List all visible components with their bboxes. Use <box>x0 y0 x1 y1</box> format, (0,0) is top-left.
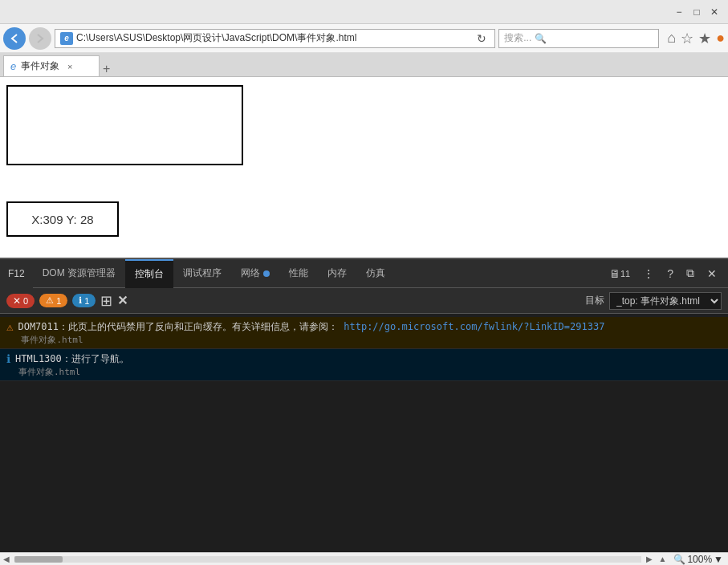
console-toolbar: ✕ 0 ⚠ 1 ℹ 1 ⊞ ✕ 目标 _top: 事件对象.html <box>0 288 728 314</box>
address-bar[interactable]: e C:\Users\ASUS\Desktop\网页设计\JavaScript\… <box>55 29 495 48</box>
info-row-icon: ℹ <box>6 352 10 365</box>
tab-bar: e 事件对象 × + <box>0 53 728 77</box>
zoom-icon: 🔍 <box>673 554 685 565</box>
warn-row-content: DOM7011：此页上的代码禁用了反向和正向缓存。有关详细信息，请参阅： htt… <box>18 319 604 346</box>
favorites-icon[interactable]: ☆ <box>681 30 693 47</box>
mouse-tracking-box[interactable] <box>6 85 243 165</box>
scroll-thumb <box>14 556 63 563</box>
scroll-left-button[interactable]: ◀ <box>0 553 13 566</box>
search-bar[interactable]: 搜索... 🔍 <box>498 29 659 48</box>
tools-icon[interactable]: ★ <box>698 30 711 47</box>
error-filter-button[interactable]: ✕ 0 <box>6 294 35 308</box>
target-label: 目标 <box>585 294 604 307</box>
error-icon: ✕ <box>13 295 21 307</box>
coord-display: X:309 Y: 28 <box>6 201 119 237</box>
console-row-dom7011: ⚠ DOM7011：此页上的代码禁用了反向和正向缓存。有关详细信息，请参阅： h… <box>0 317 728 349</box>
info-row-text: HTML1300：进行了导航。 <box>15 353 129 364</box>
undock-button[interactable]: ⧉ <box>681 265 699 282</box>
close-button[interactable]: ✕ <box>707 5 722 19</box>
warn-count: 1 <box>56 296 61 306</box>
forward-button[interactable] <box>29 27 51 50</box>
monitor-button[interactable]: 🖥 11 <box>604 266 635 282</box>
search-icon: 🔍 <box>535 33 547 44</box>
back-button[interactable] <box>3 27 26 50</box>
network-dot <box>263 270 270 277</box>
content-area: X:309 Y: 28 <box>0 77 728 258</box>
coord-text: X:309 Y: 28 <box>31 213 93 226</box>
address-text: C:\Users\ASUS\Desktop\网页设计\JavaScript\DO… <box>76 31 474 45</box>
tab-console-label: 控制台 <box>135 267 164 281</box>
tab-debugger-label: 调试程序 <box>183 266 222 280</box>
maximize-button[interactable]: □ <box>689 5 704 19</box>
devtools-close-button[interactable]: ✕ <box>702 266 722 282</box>
tab-console[interactable]: 控制台 <box>125 259 173 288</box>
new-tab-button[interactable]: + <box>103 62 110 76</box>
info-row-content: HTML1300：进行了导航。 事件对象.html <box>15 352 129 378</box>
toolbar-icons: ⌂ ☆ ★ ● <box>667 30 725 47</box>
warn-row-text: DOM7011：此页上的代码禁用了反向和正向缓存。有关详细信息，请参阅： <box>18 321 338 332</box>
tab-icon: e <box>10 60 16 72</box>
filter-button[interactable]: ⊞ <box>100 292 112 310</box>
devtools-toolbar: F12 DOM 资源管理器 控制台 调试程序 网络 性能 内存 仿真 🖥 11 <box>0 259 728 288</box>
tab-perf[interactable]: 性能 <box>279 259 318 288</box>
warn-icon: ⚠ <box>46 295 54 306</box>
zoom-level: 100% <box>687 554 712 565</box>
info-filter-button[interactable]: ℹ 1 <box>72 294 96 307</box>
help-button[interactable]: ? <box>662 266 678 282</box>
tab-emulation[interactable]: 仿真 <box>356 259 395 288</box>
tab-dom-label: DOM 资源管理器 <box>43 266 116 280</box>
reload-button[interactable]: ↻ <box>474 30 490 47</box>
console-output[interactable]: ⚠ DOM7011：此页上的代码禁用了反向和正向缓存。有关详细信息，请参阅： h… <box>0 314 728 565</box>
tab-memory-label: 内存 <box>327 266 347 280</box>
status-bar: ◀ ▶ ▲ 🔍 100% ▼ <box>0 552 728 565</box>
title-bar: − □ ✕ <box>0 0 728 24</box>
tab-perf-label: 性能 <box>289 266 308 280</box>
tab-dom[interactable]: DOM 资源管理器 <box>33 259 125 288</box>
tab-network[interactable]: 网络 <box>231 259 279 288</box>
warn-filter-button[interactable]: ⚠ 1 <box>39 294 67 307</box>
f12-button[interactable]: F12 <box>0 259 33 288</box>
info-count: 1 <box>84 296 89 306</box>
devtools-panel: F12 DOM 资源管理器 控制台 调试程序 网络 性能 内存 仿真 🖥 11 <box>0 258 728 565</box>
error-count: 0 <box>23 296 28 306</box>
warn-row-link[interactable]: http://go.microsoft.com/fwlink/?LinkID=2… <box>344 321 604 332</box>
tab-label: 事件对象 <box>21 59 59 73</box>
warn-row-file[interactable]: 事件对象.html <box>21 335 83 345</box>
scroll-up-button[interactable]: ▲ <box>656 553 669 566</box>
tab-emulation-label: 仿真 <box>366 266 385 280</box>
monitor-count: 11 <box>620 269 630 278</box>
target-area: 目标 _top: 事件对象.html <box>585 292 722 310</box>
clear-button[interactable]: ✕ <box>117 293 128 308</box>
zoom-arrow: ▼ <box>714 554 723 565</box>
monitor-icon: 🖥 <box>609 267 620 280</box>
scroll-right-button[interactable]: ▶ <box>643 553 656 566</box>
info-icon: ℹ <box>79 295 82 306</box>
tab-memory[interactable]: 内存 <box>318 259 356 288</box>
target-select[interactable]: _top: 事件对象.html <box>609 292 722 310</box>
zoom-area: 🔍 100% ▼ <box>669 554 728 565</box>
nav-bar: e C:\Users\ASUS\Desktop\网页设计\JavaScript\… <box>0 24 728 53</box>
tab-network-label: 网络 <box>241 266 260 280</box>
console-row-html1300: ℹ HTML1300：进行了导航。 事件对象.html <box>0 349 728 381</box>
tab-debugger[interactable]: 调试程序 <box>173 259 231 288</box>
user-icon[interactable]: ● <box>716 30 725 47</box>
home-icon[interactable]: ⌂ <box>667 30 676 47</box>
scroll-track[interactable] <box>14 556 641 563</box>
devtools-right-icons: 🖥 11 ⋮ ? ⧉ ✕ <box>604 265 728 282</box>
search-placeholder: 搜索... <box>504 31 531 45</box>
dots-button[interactable]: ⋮ <box>638 266 659 282</box>
active-tab[interactable]: e 事件对象 × <box>3 55 100 76</box>
minimize-button[interactable]: − <box>672 5 686 19</box>
warn-row-icon: ⚠ <box>6 320 13 333</box>
info-row-file[interactable]: 事件对象.html <box>18 367 80 377</box>
tab-close-button[interactable]: × <box>64 61 75 72</box>
address-icon: e <box>60 32 73 45</box>
